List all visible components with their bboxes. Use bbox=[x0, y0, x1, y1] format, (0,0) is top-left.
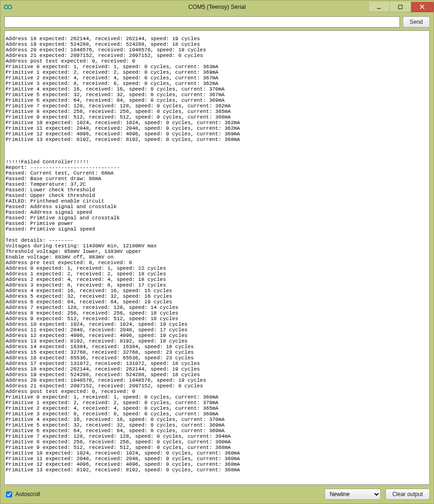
arduino-icon bbox=[3, 2, 13, 12]
console-panel: Address 18 expected: 262144, received: 2… bbox=[4, 30, 430, 485]
line-ending-select[interactable]: No line endingNewlineCarriage returnBoth… bbox=[325, 489, 381, 500]
autoscroll-label: Autoscroll bbox=[15, 491, 40, 497]
send-toolbar: Send bbox=[0, 14, 434, 30]
bottom-bar: Autoscroll No line endingNewlineCarriage… bbox=[0, 487, 434, 504]
window-controls bbox=[368, 2, 434, 12]
close-button[interactable] bbox=[411, 2, 434, 12]
svg-point-0 bbox=[4, 5, 8, 9]
serial-output[interactable]: Address 18 expected: 262144, received: 2… bbox=[5, 36, 429, 479]
maximize-button[interactable] bbox=[390, 2, 411, 12]
autoscroll-toggle[interactable]: Autoscroll bbox=[4, 490, 40, 499]
svg-rect-3 bbox=[398, 5, 402, 9]
clear-output-button[interactable]: Clear output bbox=[385, 489, 430, 500]
send-button[interactable]: Send bbox=[403, 16, 430, 28]
svg-point-1 bbox=[8, 5, 12, 9]
titlebar[interactable]: COM5 (Teensy) Serial bbox=[0, 0, 434, 14]
minimize-button[interactable] bbox=[368, 2, 390, 12]
app-window: COM5 (Teensy) Serial Send Address 18 exp… bbox=[0, 0, 434, 504]
autoscroll-checkbox[interactable] bbox=[6, 491, 12, 497]
serial-input[interactable] bbox=[4, 16, 400, 28]
